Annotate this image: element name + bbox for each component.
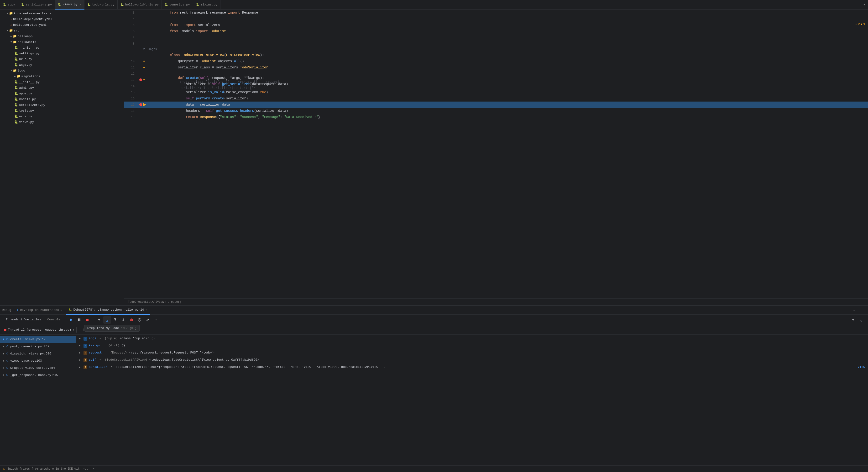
breadcrumb-method[interactable]: create(): [167, 300, 181, 304]
sidebar-item-views[interactable]: 🐍 views.py: [0, 119, 124, 125]
frame-get-response[interactable]: ▣ ⬡ _get_response, base.py:197: [0, 371, 76, 378]
resume-button[interactable]: [67, 316, 75, 324]
separator: [65, 317, 65, 322]
frame-post[interactable]: ▣ ⬡ post, generics.py:242: [0, 343, 76, 350]
add-watch-button[interactable]: +: [849, 316, 857, 324]
frame-label: _get_response, base.py:197: [10, 373, 59, 377]
sidebar-item-src[interactable]: ▼ 📁 src: [0, 28, 124, 33]
frame-label: create, views.py:17: [10, 338, 45, 341]
svg-rect-3: [86, 319, 89, 321]
folder-icon: 📁: [13, 40, 17, 44]
sidebar-item-todo[interactable]: ▼ 📁 todo: [0, 68, 124, 73]
sidebar-item-urls-todo[interactable]: 🐍 urls.py: [0, 113, 124, 119]
close-status-button[interactable]: ✕: [93, 467, 94, 471]
variable-serializer[interactable]: ▶ T serializer = TodoSerializer(context=…: [76, 364, 868, 371]
expand-icon[interactable]: ▶: [79, 337, 82, 340]
expand-icon[interactable]: ▶: [79, 344, 82, 347]
sidebar-item-models[interactable]: 🐍 models.py: [0, 96, 124, 102]
py-icon: 🐍: [21, 3, 24, 6]
settings-button[interactable]: ⋯: [850, 306, 858, 314]
frame-dispatch[interactable]: ▣ ⬡ dispatch, views.py:506: [0, 350, 76, 357]
py-icon: 🐍: [165, 3, 168, 6]
sidebar-item-wsgi[interactable]: 🐍 wsgi.py: [0, 62, 124, 68]
frame-label: dispatch, views.py:506: [10, 352, 51, 356]
sidebar-item-apps[interactable]: 🐍 apps.py: [0, 91, 124, 96]
type-icon: T: [84, 365, 87, 369]
breadcrumb-class[interactable]: TodoCreateListAPIView: [128, 300, 164, 304]
tab-views-py[interactable]: 🐍 views.py ✕: [55, 0, 84, 9]
expand-icon[interactable]: ▶: [79, 351, 82, 354]
variable-self[interactable]: ▶ T self = {TodoCreateListAPIView} <todo…: [76, 357, 868, 364]
svg-rect-2: [80, 318, 81, 321]
step-into-tooltip: Step Into My Code ⌃⇧F7 (⌘↓): [84, 325, 140, 332]
minimize-button[interactable]: —: [859, 306, 866, 314]
type-icon: R: [84, 351, 87, 355]
mute-breakpoints-button[interactable]: [136, 316, 144, 324]
tab-helloworld-urls[interactable]: 🐍 helloworld/urls.py: [118, 0, 162, 9]
sidebar-item-urls-hw[interactable]: 🐍 urls.py: [0, 56, 124, 62]
expand-icon[interactable]: ▶: [79, 359, 82, 361]
chevron-right-icon: ▶: [14, 75, 16, 78]
debug-tab-django[interactable]: 🐛 Debug(5678): django-python-hello-world…: [66, 306, 150, 315]
frame-wrapped-view[interactable]: ▣ ⬡ wrapped_view, csrf.py:54: [0, 364, 76, 371]
debug-tab-develop-k8s[interactable]: ⚙ Develop on Kubernetes ✕: [14, 306, 65, 315]
step-into-button[interactable]: [120, 316, 127, 324]
breakpoint-13[interactable]: [138, 78, 143, 81]
code-line-19: 19 return Response({"status": "success",…: [124, 114, 868, 120]
expand-icon[interactable]: ▶: [79, 366, 82, 369]
edit-config-button[interactable]: [144, 316, 152, 324]
py-icon: 🐍: [87, 3, 91, 6]
tab-serializers-py[interactable]: 🐍 serializers.py: [18, 0, 55, 9]
sidebar-item-init-todo[interactable]: 🐍 __init__.py: [0, 79, 124, 85]
sidebar-item-init-hw[interactable]: 🐍 __init__.py: [0, 45, 124, 50]
sidebar-item-hello-service[interactable]: ⚠ hello.service.yaml: [0, 22, 124, 28]
frame-view[interactable]: ▣ ⬡ view, base.py:103: [0, 357, 76, 364]
expand-button[interactable]: ⌄: [858, 316, 865, 324]
variable-kwargs[interactable]: ▶ d kwargs = {dict} {}: [76, 343, 868, 350]
folder-icon: 📁: [13, 69, 17, 72]
stop-button[interactable]: [84, 316, 91, 324]
frame-icon: ▣: [3, 359, 4, 362]
tab-generics-py[interactable]: 🐍 generics.py: [162, 0, 193, 9]
tab-s-py[interactable]: 🐍 s.py: [0, 0, 18, 9]
tab-mixins-py[interactable]: 🐍 mixins.py: [193, 0, 220, 9]
sidebar-item-serializers[interactable]: 🐍 serializers.py: [0, 102, 124, 108]
sidebar-item-helloworld[interactable]: ▼ 📁 helloworld: [0, 39, 124, 45]
close-icon[interactable]: ✕: [60, 309, 62, 311]
run-to-cursor-button[interactable]: [128, 316, 135, 324]
type-icon: d: [84, 344, 87, 348]
frame-icon: ▣: [3, 352, 4, 355]
tab-overflow-button[interactable]: ▾: [860, 3, 868, 7]
code-content[interactable]: ⚠ 2 ▲ ▼ 3 from rest_framework.response i…: [124, 9, 868, 299]
sidebar-item-settings[interactable]: 🐍 settings.py: [0, 50, 124, 56]
sidebar-item-migrations[interactable]: ▶ 📁 migrations: [0, 73, 124, 79]
tab-console[interactable]: Console: [44, 316, 63, 323]
step-over-button[interactable]: [95, 316, 103, 324]
debug-icon: 🐛: [69, 308, 72, 311]
variable-request[interactable]: ▶ R request = {Request} <rest_framework.…: [76, 350, 868, 357]
sidebar-item-hello-deployment[interactable]: ⚠ hello.deployment.yaml: [0, 16, 124, 22]
type-icon: t: [84, 337, 87, 341]
sidebar-item-kubernetes-manifests[interactable]: ▼ 📁 kubernetes-manifests: [0, 10, 124, 16]
more-options-button[interactable]: ⋯: [152, 316, 160, 324]
py-icon: 🐍: [58, 3, 61, 6]
variable-args[interactable]: ▶ t args = {tuple} <class 'tuple'>: (): [76, 336, 868, 343]
step-into-my-code-button[interactable]: Step Into My Code ⌃⇧F7 (⌘↓): [103, 316, 111, 324]
main-area: ▼ 📁 kubernetes-manifests ⚠ hello.deploym…: [0, 9, 868, 305]
view-link[interactable]: View: [858, 365, 865, 369]
step-out-button[interactable]: [112, 316, 119, 324]
pause-button[interactable]: [75, 316, 83, 324]
close-icon[interactable]: ✕: [146, 308, 147, 311]
sidebar-item-helloapp[interactable]: ▶ 📁 helloapp: [0, 33, 124, 39]
tab-threads-variables[interactable]: Threads & Variables: [3, 316, 44, 323]
breakpoint-17[interactable]: [138, 103, 143, 106]
py-file-icon: 🐍: [14, 97, 18, 101]
sidebar-item-tests[interactable]: 🐍 tests.py: [0, 108, 124, 113]
close-icon[interactable]: ✕: [80, 3, 81, 6]
frame-create[interactable]: ▣ ⬡ create, views.py:17: [0, 336, 76, 343]
evaluate-expression-input[interactable]: Evaluate expression: [81, 327, 866, 333]
debug-panel: Debug ⚙ Develop on Kubernetes ✕ 🐛 Debug(…: [0, 305, 868, 472]
thread-dropdown[interactable]: Thread-12 (process_request_thread) ▾: [2, 327, 76, 333]
tab-todo-urls[interactable]: 🐍 todo/urls.py: [85, 0, 118, 9]
sidebar-item-admin[interactable]: 🐍 admin.py: [0, 85, 124, 91]
